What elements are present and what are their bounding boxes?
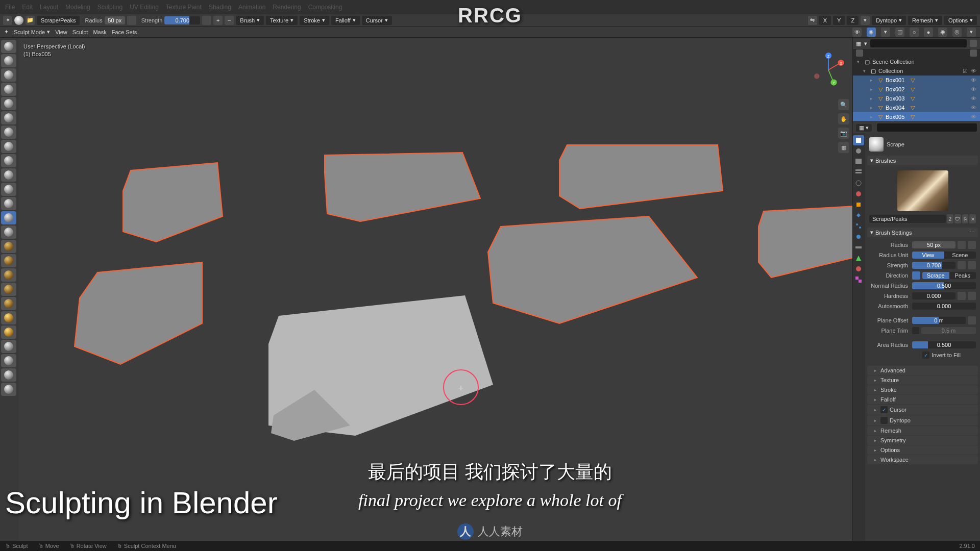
panel-workspace[interactable]: ▸Workspace (867, 455, 978, 464)
tool-grab[interactable] (1, 254, 16, 267)
mirror-z[interactable]: Z (847, 16, 859, 25)
tool-fill[interactable] (1, 197, 16, 210)
menu-mask[interactable]: Mask (93, 29, 106, 35)
radius-unified-icon[interactable] (968, 241, 976, 249)
input-radius[interactable]: 50 px (912, 241, 955, 248)
filter-funnel-icon[interactable] (970, 49, 977, 57)
perspective-icon[interactable]: ▦ (838, 142, 849, 153)
tool-blob[interactable] (1, 140, 16, 153)
editor-icon[interactable]: ✦ (4, 29, 9, 35)
outliner-display-dropdown[interactable]: ▾ (864, 40, 867, 47)
tool-multiplane[interactable] (1, 226, 16, 239)
shading-options-icon[interactable]: ▾ (967, 28, 976, 37)
stroke-menu[interactable]: Stroke ▾ (300, 16, 329, 25)
toggle-radius-unit[interactable]: View Scene (912, 252, 976, 259)
tab-modifier[interactable] (853, 210, 864, 220)
cursor-menu[interactable]: Cursor ▾ (362, 16, 392, 25)
checkbox-plane-trim[interactable] (912, 327, 919, 334)
tool-slide[interactable] (1, 354, 16, 367)
browse-brush-icon[interactable]: 📁 (26, 16, 35, 25)
input-hardness[interactable]: 0.000 (912, 292, 955, 299)
xray-icon[interactable]: ◫ (895, 28, 904, 37)
panel-stroke[interactable]: ▸Stroke (867, 385, 978, 394)
tool-layer[interactable] (1, 111, 16, 124)
toggle-direction[interactable]: Scrape Peaks (922, 272, 976, 279)
tab-viewlayer[interactable] (853, 167, 864, 178)
menu-item[interactable]: Modeling (65, 4, 90, 11)
outliner-search[interactable] (870, 39, 967, 47)
options-dropdown[interactable]: Options ▾ (944, 16, 977, 25)
mirror-x[interactable]: X (819, 16, 831, 25)
tool-crease[interactable] (1, 154, 16, 167)
tab-render[interactable] (853, 146, 864, 156)
remesh-dropdown[interactable]: Remesh ▾ (908, 16, 942, 25)
brush-preview-thumb[interactable] (897, 170, 948, 211)
strength-unified-icon[interactable] (968, 261, 976, 269)
strength-pressure-icon[interactable] (202, 16, 211, 25)
mode-dropdown[interactable]: Sculpt Mode ▾ (14, 29, 50, 35)
editor-type-icon[interactable]: ✦ (3, 16, 12, 25)
eye-icon[interactable]: 👁 (971, 86, 977, 92)
tab-physics[interactable] (853, 232, 864, 242)
texture-menu[interactable]: Texture ▾ (266, 16, 298, 25)
shading-rendered-icon[interactable]: ◎ (952, 28, 962, 37)
outliner-collection[interactable]: ▾ ▢ Collection ☑👁 (853, 66, 980, 76)
strength-pressure-icon[interactable] (958, 261, 966, 269)
menu-item[interactable]: Edit (22, 4, 33, 11)
tab-texture[interactable] (853, 274, 864, 285)
menu-sculpt[interactable]: Sculpt (72, 29, 88, 35)
radius-pressure-icon[interactable] (958, 241, 966, 249)
zoom-icon[interactable]: 🔍 (838, 99, 849, 110)
direction-plus-icon[interactable] (912, 271, 920, 280)
eye-icon[interactable]: 👁 (971, 105, 977, 111)
menu-item[interactable]: Texture Paint (166, 4, 202, 11)
tool-thumb[interactable] (1, 297, 16, 310)
brush-menu[interactable]: Brush ▾ (236, 16, 264, 25)
panel-remesh[interactable]: ▸Remesh (867, 426, 978, 435)
checkbox-cursor[interactable]: ✓ (880, 406, 888, 413)
menu-facesets[interactable]: Face Sets (112, 29, 137, 35)
menu-item[interactable]: Layout (40, 4, 58, 11)
minus-icon[interactable]: − (225, 16, 234, 25)
menu-item[interactable]: Sculpting (97, 4, 122, 11)
tool-clay[interactable] (1, 68, 16, 82)
brush-name-input[interactable] (869, 215, 946, 223)
radius-pressure-icon[interactable] (127, 16, 136, 25)
input-strength[interactable]: 0.700 (912, 262, 955, 269)
tool-nudge[interactable] (1, 325, 16, 339)
tab-scene[interactable] (853, 178, 864, 188)
tab-world[interactable] (853, 189, 864, 199)
dyntopo-dropdown[interactable]: Dyntopo ▾ (872, 16, 906, 25)
tool-rotate[interactable] (1, 340, 16, 353)
tool-flatten[interactable] (1, 183, 16, 196)
unlink-brush-icon[interactable]: ✕ (969, 214, 976, 223)
tab-object[interactable] (853, 199, 864, 210)
mirror-y[interactable]: Y (833, 16, 845, 25)
overlay-options-icon[interactable]: ▾ (881, 28, 890, 37)
tool-snake-hook[interactable] (1, 283, 16, 296)
menu-item[interactable]: UV Editing (130, 4, 159, 11)
input-area-radius[interactable]: 0.500 (912, 341, 976, 348)
input-plane-trim[interactable]: 0.5 m (921, 327, 976, 334)
brush-dropdown[interactable]: Scrape/Peaks (37, 16, 80, 25)
panel-brush-settings[interactable]: ▾Brush Settings⋯ (867, 228, 978, 237)
pan-icon[interactable]: ✋ (838, 113, 849, 124)
shading-solid-icon[interactable]: ● (924, 28, 933, 37)
tool-elastic[interactable] (1, 268, 16, 282)
tool-smooth[interactable] (1, 168, 16, 182)
tab-material[interactable] (853, 264, 864, 274)
new-collection-icon[interactable] (856, 49, 863, 57)
orientation-gizmo[interactable]: X Y Z (811, 52, 846, 88)
tab-constraints[interactable] (853, 242, 864, 253)
eye-icon[interactable]: 👁 (971, 77, 977, 83)
outliner-type-icon[interactable]: ▦ (856, 40, 861, 47)
menu-item[interactable]: Rendering (273, 4, 301, 11)
tool-pose[interactable] (1, 311, 16, 324)
tool-clay-strips[interactable] (1, 83, 16, 96)
camera-icon[interactable]: 📷 (838, 128, 849, 139)
tool-cloth[interactable] (1, 383, 16, 396)
filter-icon[interactable] (970, 40, 977, 47)
tab-particles[interactable] (853, 221, 864, 231)
fake-user-icon[interactable]: 🛡 (954, 214, 961, 223)
tool-scrape[interactable] (1, 211, 16, 224)
